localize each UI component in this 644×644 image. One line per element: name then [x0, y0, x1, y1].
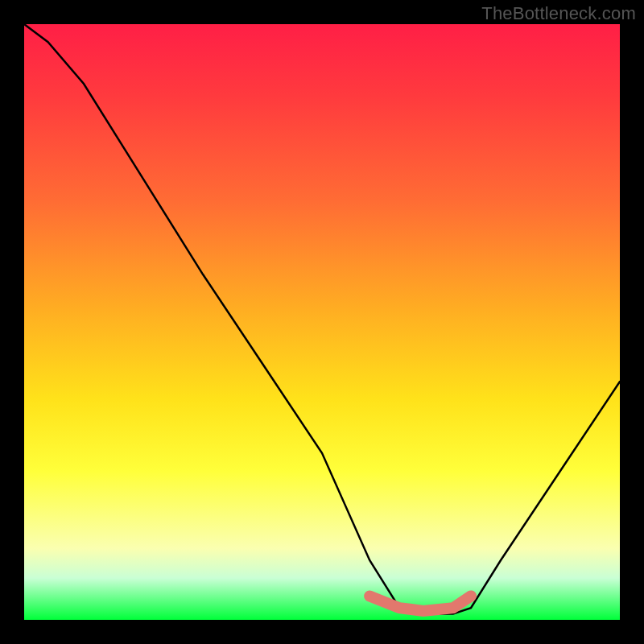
optimal-range-highlight: [369, 596, 471, 611]
bottleneck-curve-line: [24, 24, 620, 614]
curve-svg: [24, 24, 620, 620]
watermark-text: TheBottleneck.com: [481, 3, 636, 24]
chart-stage: TheBottleneck.com: [0, 0, 644, 644]
plot-area: [24, 24, 620, 620]
